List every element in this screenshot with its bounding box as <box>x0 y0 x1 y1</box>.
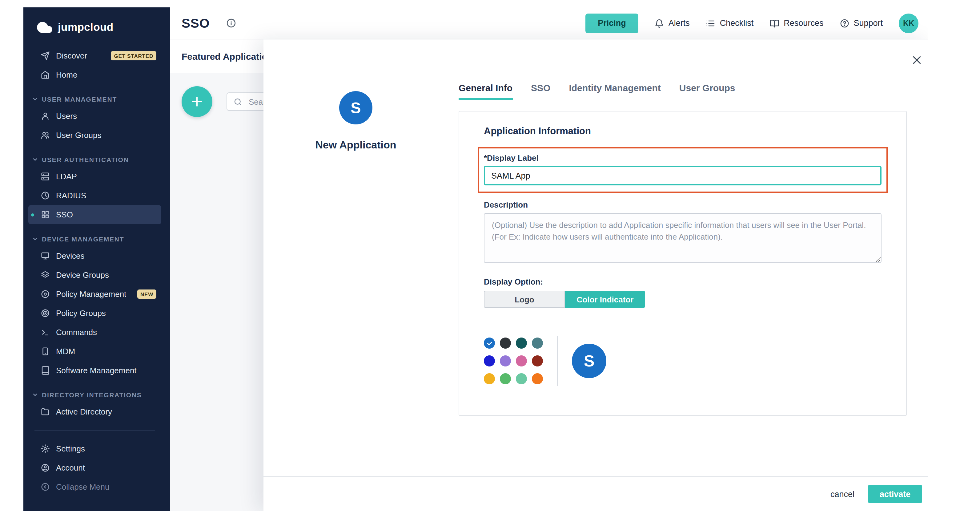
display-option-logo[interactable]: Logo <box>484 291 565 308</box>
sidebar-item-software-management[interactable]: Software Management <box>28 361 161 380</box>
sidebar-section-directory-integrations[interactable]: DIRECTORY INTEGRATIONS <box>28 391 161 398</box>
color-swatches <box>484 338 543 384</box>
display-option-toggle: LogoColor Indicator <box>484 291 881 308</box>
topnav-support[interactable]: Support <box>839 18 883 28</box>
users-icon <box>41 131 50 140</box>
add-application-button[interactable] <box>181 86 212 117</box>
swatch-purple[interactable] <box>500 355 511 367</box>
sidebar-item-sso[interactable]: SSO <box>28 205 161 224</box>
vertical-divider <box>557 336 558 386</box>
monitor-icon <box>41 251 50 261</box>
activate-button[interactable]: activate <box>868 485 922 503</box>
sidebar-section-device-management[interactable]: DEVICE MANAGEMENT <box>28 235 161 243</box>
sidebar-item-label: Device Groups <box>56 270 109 280</box>
clock-icon <box>41 191 50 200</box>
close-button[interactable] <box>906 49 927 70</box>
sidebar-item-label: Home <box>56 70 77 80</box>
settings-icon <box>41 444 50 453</box>
search-icon <box>233 97 243 106</box>
swatch-green[interactable] <box>500 373 511 384</box>
new-application-panel: S New Application General InfoSSOIdentit… <box>264 40 928 511</box>
swatch-mint[interactable] <box>516 373 527 384</box>
sidebar-item-device-groups[interactable]: Device Groups <box>28 265 161 285</box>
cancel-link[interactable]: cancel <box>830 489 854 499</box>
close-icon <box>910 53 923 66</box>
sidebar-item-active-directory[interactable]: Active Directory <box>28 402 161 421</box>
info-button[interactable] <box>226 18 236 28</box>
pricing-button[interactable]: Pricing <box>585 13 638 33</box>
tab-sso[interactable]: SSO <box>531 83 550 100</box>
sidebar-item-account[interactable]: Account <box>28 458 161 477</box>
sidebar-item-commands[interactable]: Commands <box>28 323 161 342</box>
sidebar-item-mdm[interactable]: MDM <box>28 342 161 361</box>
tab-identity-management[interactable]: Identity Management <box>569 83 660 100</box>
chevron-down-icon <box>32 392 38 398</box>
modal-footer: cancel activate <box>264 476 928 511</box>
sidebar-section-user-management[interactable]: USER MANAGEMENT <box>28 96 161 103</box>
collapse-icon <box>41 482 50 491</box>
sidebar-item-label: Discover <box>56 51 87 61</box>
sidebar-section-user-authentication[interactable]: USER AUTHENTICATION <box>28 156 161 163</box>
sidebar-item-label: Active Directory <box>56 407 112 416</box>
target-icon <box>41 309 50 318</box>
description-textarea[interactable] <box>484 213 881 263</box>
display-option-color-indicator[interactable]: Color Indicator <box>565 291 645 308</box>
logo-cloud <box>36 19 53 36</box>
swatch-gold[interactable] <box>484 373 495 384</box>
swatch-pink[interactable] <box>516 355 527 367</box>
sidebar-divider <box>35 430 155 430</box>
app-name: New Application <box>264 139 448 151</box>
color-picker-row: S <box>484 336 881 386</box>
topnav-checklist[interactable]: Checklist <box>706 18 754 28</box>
sidebar-item-label: Users <box>56 112 77 121</box>
swatch-maroon[interactable] <box>532 355 543 367</box>
check-icon <box>486 340 493 346</box>
sidebar-item-users[interactable]: Users <box>28 107 161 126</box>
sidebar-item-label: SSO <box>56 210 73 219</box>
sidebar-item-policy-groups[interactable]: Policy Groups <box>28 304 161 323</box>
sidebar-item-radius[interactable]: RADIUS <box>28 186 161 205</box>
panel-content: General InfoSSOIdentity ManagementUser G… <box>458 40 907 416</box>
swatch-blue[interactable] <box>484 338 495 349</box>
sidebar-item-label: Policy Groups <box>56 309 106 318</box>
avatar[interactable]: KK <box>899 13 918 33</box>
logo[interactable]: jumpcloud <box>23 7 170 44</box>
app-icon: S <box>339 91 372 124</box>
sidebar-item-label: Software Management <box>56 366 137 375</box>
chevron-down-icon <box>32 236 38 242</box>
sidebar-item-settings[interactable]: Settings <box>28 439 161 458</box>
topbar: SSO Pricing AlertsChecklistResourcesSupp… <box>170 7 928 40</box>
layers-icon <box>41 270 50 280</box>
sidebar-item-label: RADIUS <box>56 191 86 200</box>
sidebar-item-label: Policy Management <box>56 290 126 299</box>
logo-text: jumpcloud <box>58 21 114 34</box>
display-option-label: Display Option: <box>484 277 881 286</box>
sidebar-item-policy-management[interactable]: Policy ManagementNEW <box>28 285 161 304</box>
section-label: DEVICE MANAGEMENT <box>42 235 124 243</box>
sidebar-item-devices[interactable]: Devices <box>28 246 161 265</box>
sidebar-item-label: Account <box>56 463 85 472</box>
sidebar-item-home[interactable]: Home <box>28 65 161 84</box>
sidebar-item-collapse-menu[interactable]: Collapse Menu <box>28 477 161 496</box>
display-label-input[interactable] <box>484 166 881 185</box>
topnav-resources[interactable]: Resources <box>770 18 823 28</box>
tab-general-info[interactable]: General Info <box>458 83 512 100</box>
user-icon <box>41 112 50 121</box>
topnav-label: Checklist <box>720 19 754 28</box>
disc-icon <box>41 290 50 299</box>
swatch-slate-teal[interactable] <box>532 338 543 349</box>
swatch-charcoal[interactable] <box>500 338 511 349</box>
sidebar-item-user-groups[interactable]: User Groups <box>28 126 161 145</box>
section-label: USER MANAGEMENT <box>42 96 117 103</box>
terminal-icon <box>41 328 50 337</box>
topnav-alerts[interactable]: Alerts <box>654 18 690 28</box>
home-icon <box>41 70 50 80</box>
swatch-royal-blue[interactable] <box>484 355 495 367</box>
swatch-dark-teal[interactable] <box>516 338 527 349</box>
sidebar-item-ldap[interactable]: LDAP <box>28 167 161 186</box>
tabs: General InfoSSOIdentity ManagementUser G… <box>458 83 907 100</box>
sidebar-item-discover[interactable]: DiscoverGET STARTED <box>28 46 161 65</box>
swatch-orange[interactable] <box>532 373 543 384</box>
sidebar-item-label: Devices <box>56 251 84 261</box>
tab-user-groups[interactable]: User Groups <box>679 83 735 100</box>
